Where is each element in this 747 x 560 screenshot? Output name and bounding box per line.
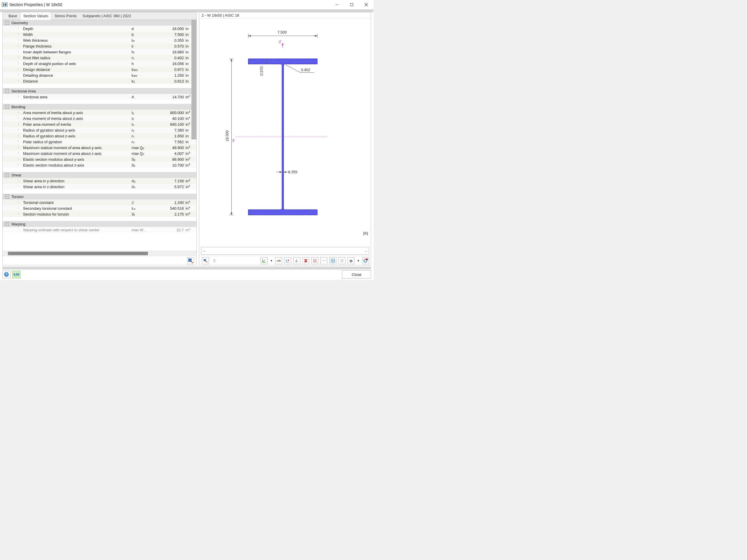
tool-origin-icon[interactable] [284,257,291,264]
maximize-button[interactable] [344,0,359,9]
tool-ibeam-outline-icon[interactable] [311,257,318,264]
property-row[interactable]: └Design distancekdes0.972in [3,66,197,72]
tool-print-icon[interactable] [347,257,355,264]
property-label: Warping ordinate with respect to shear c… [23,228,131,232]
property-row[interactable]: └Sectional areaA14.700in2 [3,94,197,100]
minimize-button[interactable] [330,0,344,9]
property-row[interactable]: └Flange thicknesstf0.570in [3,43,197,49]
preview-selector[interactable]: -- ⌵ [201,247,369,255]
horizontal-scrollbar-track[interactable] [3,251,197,256]
tool-ruler-icon[interactable]: 100 [275,257,282,264]
property-row[interactable]: └Polar radius of gyrationro7.562in [3,139,197,145]
property-row[interactable]: └Polar area moment of inertiaIo840.100in… [3,121,197,127]
property-row[interactable]: └Maximum statical moment of area about z… [3,151,197,156]
svg-text:100: 100 [278,260,281,262]
property-symbol: tf [131,44,157,48]
section-header[interactable]: −Warping [3,221,197,227]
property-value: 32.7 [157,228,185,232]
section-header[interactable]: −Sectional Area [3,88,197,94]
help-button[interactable]: ? [2,271,10,278]
property-symbol: Iy [131,110,157,115]
property-row[interactable]: └Elastic section modulus about z-axisSz1… [3,162,197,168]
collapse-icon[interactable]: − [5,105,9,109]
property-row[interactable]: └Shear area in z-directionAz5.972in2 [3,184,197,190]
tool-grid-icon[interactable] [330,257,336,264]
collapse-icon[interactable]: − [5,173,9,177]
property-label: Detailing distance [23,73,131,78]
svg-marker-16 [248,35,251,37]
section-header[interactable]: −Geometry [3,20,197,26]
property-row[interactable]: └Area moment of inertia about y-axisIy80… [3,110,197,115]
property-row[interactable]: └Inner depth between flangeshi16.860in [3,49,197,55]
dim-depth: 18.000 [225,130,229,141]
tool-sc-icon[interactable]: sc [293,257,300,264]
property-row[interactable]: └Elastic section modulus about y-axisSy8… [3,156,197,162]
property-row[interactable]: └Secondary torsional constantIt,s540.516… [3,205,197,211]
collapse-icon[interactable]: − [5,194,9,198]
property-row[interactable]: └Web thicknesstw0.355in [3,37,197,43]
property-value: 49.900 [157,145,185,150]
collapse-icon[interactable]: − [5,89,9,93]
property-symbol: St [131,212,157,216]
svg-rect-0 [2,3,7,7]
preview-pane: 2 - W 18x50 | AISC 16 [199,12,371,265]
horizontal-scrollbar-thumb[interactable] [8,252,148,255]
property-row[interactable]: └Warping ordinate with respect to shear … [3,227,197,233]
property-row[interactable]: └Detailing distancekdet1.250in [3,72,197,78]
section-header[interactable]: −Shear [3,172,197,178]
tool-refresh-icon[interactable] [202,257,209,264]
tool-list-icon[interactable] [338,257,345,264]
close-window-button[interactable] [359,0,374,9]
tool-axes-dropdown-icon[interactable]: ▼ [269,257,273,264]
collapse-icon[interactable]: − [5,222,9,226]
property-row[interactable]: └Section modulus for torsionSt2.175in3 [3,211,197,217]
property-row[interactable]: └Maximum statical moment of area about y… [3,145,197,151]
vertical-scrollbar[interactable] [191,20,197,139]
tool-print-dropdown-icon[interactable]: ▼ [357,257,360,264]
export-section-icon[interactable] [187,257,194,264]
close-button[interactable]: Close [342,270,371,278]
property-unit: in3 [185,163,197,167]
svg-rect-4 [351,3,353,6]
collapse-icon[interactable]: − [5,21,9,25]
tab-section-values[interactable]: Section Values [20,12,52,20]
tool-ibeam-fill-icon[interactable] [302,257,309,264]
property-label: Distance [23,79,131,83]
tool-sigma-icon[interactable]: Σ [211,257,218,264]
property-label: Section modulus for torsion [23,212,131,216]
tool-axes-icon[interactable] [261,257,267,264]
tab-base[interactable]: Base [5,12,20,20]
property-unit: in4 [185,206,197,211]
property-symbol: hi [131,50,157,54]
dim-radius: 0.402 [301,68,310,72]
tool-numbers-icon[interactable]: 1 2 3 [320,257,327,264]
svg-text:sc: sc [295,260,298,262]
property-row[interactable]: └Depthd18.000in [3,26,197,31]
tool-reset-icon[interactable] [362,257,369,264]
property-value: 40.100 [157,116,185,121]
section-header[interactable]: −Torsion [3,194,197,199]
property-row[interactable]: └Widthb7.500in [3,31,197,37]
format-button[interactable]: 0,00 [12,271,20,278]
section-canvas[interactable]: y z 7.500 [199,19,371,246]
property-row[interactable]: └Shear area in y-directionAy7.156in2 [3,178,197,184]
property-unit: in3 [185,151,197,156]
property-row[interactable]: └Area moment of inertia about z-axisIz40… [3,115,197,121]
section-name: Warping [11,222,25,226]
section-header[interactable]: −Bending [3,104,197,110]
property-row[interactable]: └Radius of gyration about y-axisry7.380i… [3,127,197,133]
property-row[interactable]: └Root fillet radiusr10.402in [3,55,197,61]
property-row[interactable]: └Distancek10.813in [3,78,197,84]
property-unit: in3 [185,145,197,150]
svg-marker-31 [284,171,286,173]
tab-subpanels[interactable]: Subpanels | AISC 360 | 2022 [80,12,134,20]
tab-stress-points[interactable]: Stress Points [51,12,80,20]
property-row[interactable]: └Radius of gyration about z-axisrz1.650i… [3,133,197,139]
property-label: Maximum statical moment of area about y-… [23,145,131,150]
property-row[interactable]: └Depth of straight portion of webh16.056… [3,61,197,66]
section-svg: y z 7.500 [199,19,371,246]
property-symbol: r1 [131,56,157,60]
section-name: Shear [11,173,22,177]
property-symbol: tw [131,38,157,43]
property-row[interactable]: └Torsional constantJ1.240in4 [3,199,197,205]
